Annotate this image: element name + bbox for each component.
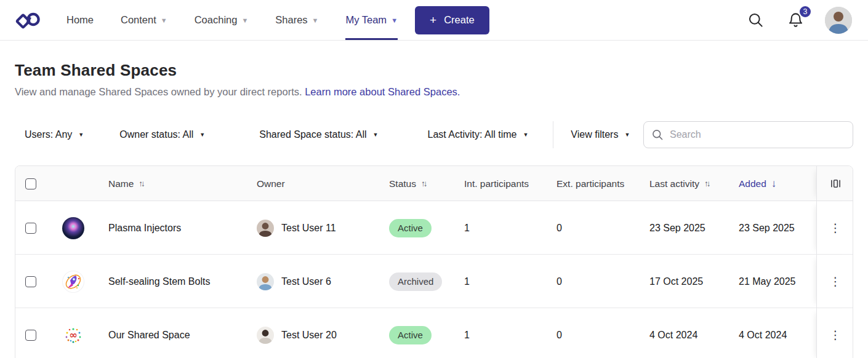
ext-participants-count: 0 — [557, 223, 649, 234]
column-header-owner: Owner — [257, 178, 389, 189]
owner-name: Test User 20 — [281, 330, 337, 341]
search-icon[interactable] — [745, 9, 766, 31]
nav-item-content[interactable]: Content ▼ — [121, 0, 167, 40]
last-activity-date: 23 Sep 2025 — [649, 223, 739, 234]
filter-label: Last Activity: All time — [428, 129, 517, 140]
space-name[interactable]: Plasma Injectors — [108, 223, 181, 234]
top-navbar: Home Content ▼ Coaching ▼ Shares ▼ My Te… — [0, 0, 868, 41]
owner-avatar — [257, 327, 274, 344]
sort-icon[interactable]: ↑↓ — [139, 179, 145, 188]
owner-name: Test User 11 — [281, 223, 336, 234]
space-name[interactable]: Self-sealing Stem Bolts — [108, 276, 210, 287]
svg-text:∞: ∞ — [69, 329, 77, 341]
filter-shared-space-status-dropdown[interactable]: Shared Space status: All ▼ — [249, 129, 388, 140]
page-subtitle-text: View and manage Shared Spaces owned by y… — [15, 86, 302, 97]
manage-columns-icon[interactable] — [829, 177, 843, 191]
column-settings-header — [816, 166, 853, 201]
status-badge: Active — [389, 326, 432, 344]
row-checkbox[interactable] — [25, 330, 36, 341]
view-filters-dropdown[interactable]: View filters ▼ — [561, 129, 640, 140]
column-header-name[interactable]: Name ↑↓ — [52, 178, 257, 189]
column-header-status[interactable]: Status ↑↓ — [389, 178, 464, 189]
space-thumbnail-rocket-icon — [62, 271, 84, 293]
filter-label: View filters — [571, 129, 618, 140]
filter-divider — [553, 121, 553, 148]
column-header-last-activity[interactable]: Last activity ↑↓ — [649, 178, 739, 189]
column-header-ext-participants: Ext. participants — [557, 178, 649, 189]
brand-infinity-logo-icon[interactable] — [15, 10, 41, 31]
space-thumbnail-confetti-icon: ∞ — [62, 324, 84, 346]
page-subtitle: View and manage Shared Spaces owned by y… — [15, 86, 853, 98]
filter-label: Users: Any — [25, 129, 72, 140]
added-date: 21 May 2025 — [739, 276, 816, 287]
chevron-down-icon: ▼ — [78, 132, 84, 138]
chevron-down-icon: ▼ — [199, 132, 205, 138]
table-row[interactable]: Self-sealing Stem Bolts Test User 6 Arch… — [15, 255, 853, 308]
chevron-down-icon: ▼ — [373, 132, 379, 138]
nav-item-label: Shares — [275, 14, 307, 26]
filter-label: Owner status: All — [119, 129, 193, 140]
space-name[interactable]: Our Shared Space — [108, 330, 190, 341]
filter-users-dropdown[interactable]: Users: Any ▼ — [15, 129, 94, 140]
nav-item-label: Coaching — [195, 14, 238, 26]
table-row[interactable]: Plasma Injectors Test User 11 Active 1 0… — [15, 201, 853, 255]
row-checkbox[interactable] — [25, 276, 36, 287]
main-navigation: Home Content ▼ Coaching ▼ Shares ▼ My Te… — [66, 0, 398, 40]
select-all-checkbox[interactable] — [25, 178, 36, 189]
sort-icon[interactable]: ↑↓ — [421, 179, 428, 188]
user-avatar[interactable] — [825, 7, 852, 34]
owner-name: Test User 6 — [281, 276, 331, 287]
learn-more-link[interactable]: Learn more about Shared Spaces. — [305, 86, 460, 97]
added-date: 23 Sep 2025 — [739, 223, 816, 234]
filter-last-activity-dropdown[interactable]: Last Activity: All time ▼ — [418, 129, 539, 140]
table-search-field[interactable] — [643, 121, 853, 148]
table-header-row: Name ↑↓ Owner Status ↑↓ Int. participant… — [15, 166, 853, 201]
nav-item-label: Home — [66, 14, 94, 26]
nav-item-shares[interactable]: Shares ▼ — [275, 0, 318, 40]
shared-spaces-table: Name ↑↓ Owner Status ↑↓ Int. participant… — [15, 165, 853, 358]
status-badge: Active — [389, 219, 432, 237]
owner-avatar — [257, 220, 274, 237]
column-header-int-participants: Int. participants — [464, 178, 557, 189]
filter-label: Shared Space status: All — [259, 129, 366, 140]
create-button[interactable]: + Create — [415, 6, 489, 34]
last-activity-date: 4 Oct 2024 — [649, 330, 739, 341]
nav-item-home[interactable]: Home — [66, 0, 94, 40]
nav-item-label: Content — [121, 14, 156, 26]
filter-bar: Users: Any ▼ Owner status: All ▼ Shared … — [15, 121, 853, 148]
navbar-right-actions: 3 — [745, 7, 852, 34]
chevron-down-icon: ▼ — [624, 132, 630, 138]
table-row[interactable]: ∞ Our Shared Space Test User 20 Active 1… — [15, 308, 853, 358]
int-participants-count: 1 — [464, 330, 557, 341]
last-activity-date: 17 Oct 2025 — [649, 276, 739, 287]
nav-item-label: My Team — [345, 14, 387, 26]
row-checkbox[interactable] — [25, 223, 36, 234]
sort-desc-icon[interactable]: ↓ — [771, 178, 777, 190]
notifications-bell-icon[interactable]: 3 — [785, 9, 806, 31]
added-date: 4 Oct 2024 — [739, 330, 816, 341]
nav-item-my-team[interactable]: My Team ▼ — [345, 0, 398, 40]
chevron-down-icon: ▼ — [523, 132, 528, 138]
chevron-down-icon: ▼ — [161, 17, 167, 24]
create-button-label: Create — [444, 14, 475, 26]
row-actions-kebab-icon[interactable]: ⋮ — [825, 272, 846, 291]
plus-icon: + — [430, 14, 436, 27]
int-participants-count: 1 — [464, 276, 557, 287]
column-header-added[interactable]: Added ↓ — [739, 178, 816, 190]
chevron-down-icon: ▼ — [312, 17, 319, 24]
chevron-down-icon: ▼ — [241, 17, 248, 24]
status-badge: Archived — [389, 272, 442, 291]
search-input[interactable] — [670, 129, 845, 140]
nav-item-coaching[interactable]: Coaching ▼ — [195, 0, 249, 40]
filter-owner-status-dropdown[interactable]: Owner status: All ▼ — [110, 129, 215, 140]
row-actions-kebab-icon[interactable]: ⋮ — [825, 218, 846, 237]
main-content: Team Shared Spaces View and manage Share… — [0, 41, 868, 358]
chevron-down-icon: ▼ — [391, 17, 398, 24]
row-actions-kebab-icon[interactable]: ⋮ — [825, 325, 846, 344]
search-icon — [651, 129, 664, 141]
notification-count-badge: 3 — [798, 5, 812, 18]
page-title: Team Shared Spaces — [15, 61, 853, 80]
sort-icon[interactable]: ↑↓ — [704, 179, 711, 188]
int-participants-count: 1 — [464, 223, 557, 234]
space-thumbnail-plasma-icon — [62, 217, 84, 239]
